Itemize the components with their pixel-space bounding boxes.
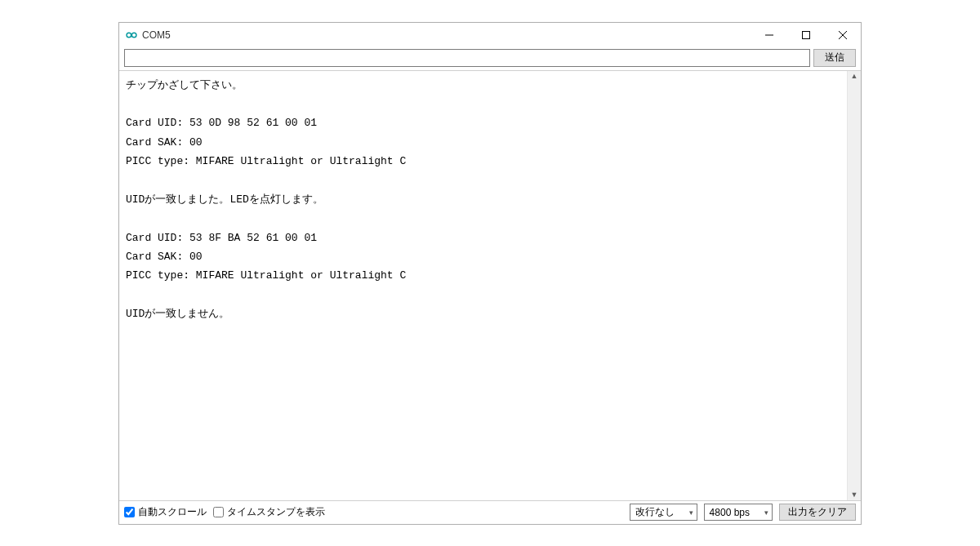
scroll-up-icon: ▲ xyxy=(851,73,858,80)
arduino-icon xyxy=(126,29,137,41)
timestamp-label: タイムスタンプを表示 xyxy=(227,505,325,519)
serial-monitor-window: COM5 送信 チップかざして下さい。 Card UID: 53 0D 98 5… xyxy=(118,22,862,525)
autoscroll-label: 自動スクロール xyxy=(138,505,207,519)
statusbar: 自動スクロール タイムスタンプを表示 改行なし ▾ 4800 bps ▾ 出力を… xyxy=(119,501,861,524)
chevron-down-icon: ▾ xyxy=(764,508,768,517)
scroll-down-icon: ▼ xyxy=(851,491,858,499)
autoscroll-input[interactable] xyxy=(124,507,135,517)
minimize-button[interactable] xyxy=(751,23,787,47)
window-title: COM5 xyxy=(142,29,171,41)
timestamp-input[interactable] xyxy=(213,507,224,517)
svg-rect-3 xyxy=(802,31,809,38)
baud-value: 4800 bps xyxy=(710,507,750,518)
command-row: 送信 xyxy=(119,47,861,70)
autoscroll-checkbox[interactable]: 自動スクロール xyxy=(124,505,207,519)
command-input[interactable] xyxy=(124,49,810,67)
titlebar: COM5 xyxy=(119,23,861,47)
svg-point-0 xyxy=(127,33,131,38)
line-ending-select[interactable]: 改行なし ▾ xyxy=(630,504,697,521)
console-output: チップかざして下さい。 Card UID: 53 0D 98 52 61 00 … xyxy=(119,71,847,500)
svg-point-1 xyxy=(131,33,136,38)
send-button[interactable]: 送信 xyxy=(813,49,856,67)
console-area: チップかざして下さい。 Card UID: 53 0D 98 52 61 00 … xyxy=(119,70,861,501)
close-button[interactable] xyxy=(824,23,861,47)
line-ending-value: 改行なし xyxy=(635,505,675,519)
maximize-button[interactable] xyxy=(787,23,824,47)
vertical-scrollbar[interactable]: ▲ ▼ xyxy=(847,71,861,500)
clear-output-button[interactable]: 出力をクリア xyxy=(779,504,856,521)
chevron-down-icon: ▾ xyxy=(689,508,693,517)
baud-select[interactable]: 4800 bps ▾ xyxy=(704,504,773,521)
timestamp-checkbox[interactable]: タイムスタンプを表示 xyxy=(213,505,325,519)
